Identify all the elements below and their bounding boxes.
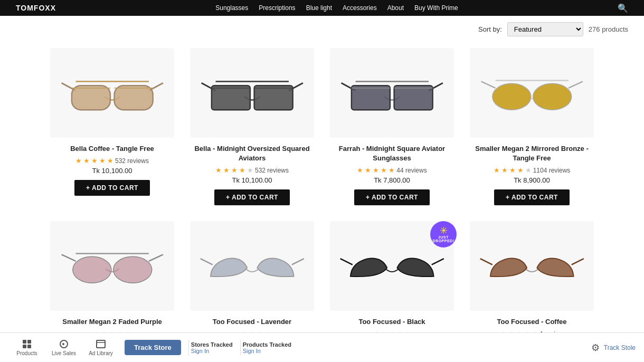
star: ★ [509, 166, 516, 174]
star: ★ [525, 166, 532, 174]
star: ★ [223, 166, 230, 174]
nav-blue-light[interactable]: Blue light [306, 4, 332, 12]
svg-line-27 [149, 254, 163, 261]
nav-about[interactable]: About [387, 4, 404, 12]
product-card[interactable]: Farrah - Midnight Square Aviator Sunglas… [322, 43, 462, 216]
star-rating: ★★★★★ 532 reviews [215, 166, 289, 174]
nav-accessories[interactable]: Accessories [343, 4, 377, 12]
review-count: 1104 reviews [533, 167, 571, 174]
product-name: Smaller Megan 2 Faded Purple [62, 317, 162, 327]
separator [188, 340, 189, 356]
ad-library-icon [96, 339, 106, 349]
live-sales-nav-item[interactable]: Live Sales [45, 339, 82, 356]
search-icon[interactable]: 🔍 [618, 3, 628, 13]
product-grid: Bella Coffee - Tangle Free ★★★★★ 532 rev… [0, 43, 644, 362]
ad-library-nav-item[interactable]: Ad Library [82, 339, 119, 356]
brand-logo: TOMFOXX [16, 4, 56, 12]
product-name: Too Focused - Coffee [497, 317, 567, 327]
ad-library-label: Ad Library [89, 350, 113, 356]
product-name: Too Focused - Black [358, 317, 425, 327]
svg-point-29 [73, 256, 111, 283]
add-to-cart-button[interactable]: + ADD TO CART [494, 189, 570, 205]
product-name: Too Focused - Lavender [213, 317, 291, 327]
svg-point-24 [493, 83, 531, 110]
product-card[interactable]: Bella - Midnight Oversized Squared Aviat… [182, 43, 322, 216]
settings-icon[interactable]: ⚙ [591, 342, 600, 354]
svg-line-36 [571, 259, 583, 265]
svg-rect-3 [72, 85, 110, 110]
track-store-button[interactable]: Track Store [125, 340, 181, 355]
product-image [470, 48, 594, 138]
just-dropped-text: JUSTDROPPED! [433, 235, 454, 243]
stores-tracked-section: Stores Tracked Sign In [191, 341, 233, 354]
star: ★ [365, 166, 371, 174]
nav-buy-with-prime[interactable]: Buy With Prime [414, 4, 458, 12]
star: ★ [389, 166, 395, 174]
star: ★ [357, 166, 363, 174]
star: ★ [75, 157, 82, 165]
product-image [470, 221, 594, 311]
product-price: Tk 10,100.00 [92, 167, 132, 175]
svg-line-33 [340, 259, 352, 265]
svg-rect-18 [394, 85, 432, 110]
star: ★ [91, 157, 98, 165]
star: ★ [215, 166, 222, 174]
svg-rect-17 [352, 85, 390, 110]
product-name: Smaller Megan 2 Mirrored Bronze - Tangle… [470, 144, 594, 163]
bottom-bar: Products Live Sales Ad Library Track Sto… [0, 332, 644, 362]
svg-line-34 [431, 259, 443, 265]
add-to-cart-button[interactable]: + ADD TO CART [354, 189, 430, 205]
star-rating: ★★★★★ 44 reviews [357, 166, 427, 174]
stores-tracked-label: Stores Tracked [191, 341, 233, 348]
star: ★ [501, 166, 508, 174]
sort-label: Sort by: [478, 25, 502, 33]
star: ★ [247, 166, 253, 174]
sort-bar: Sort by: Featured Best Selling Price: Lo… [0, 16, 644, 43]
product-image [330, 48, 454, 138]
star: ★ [231, 166, 238, 174]
product-name: Bella Coffee - Tangle Free [70, 144, 154, 154]
star: ★ [99, 157, 106, 165]
svg-rect-38 [27, 340, 31, 344]
product-card[interactable]: Smaller Megan 2 Mirrored Bronze - Tangle… [462, 43, 602, 216]
svg-rect-42 [97, 340, 105, 348]
products-tracked-label: Products Tracked [243, 341, 291, 348]
review-count: 532 reviews [255, 167, 289, 174]
sort-select[interactable]: Featured Best Selling Price: Low to High… [507, 22, 583, 36]
product-price: Tk 10,100.00 [232, 176, 272, 184]
star: ★ [381, 166, 387, 174]
product-price: Tk 8,900.00 [514, 176, 550, 184]
svg-rect-39 [23, 345, 26, 348]
nav-sunglasses[interactable]: Sunglasses [215, 4, 248, 12]
svg-line-21 [481, 81, 495, 88]
product-name: Bella - Midnight Oversized Squared Aviat… [190, 144, 314, 163]
svg-point-30 [113, 256, 151, 283]
add-to-cart-button[interactable]: + ADD TO CART [74, 180, 150, 196]
star: ★ [494, 166, 500, 174]
star: ★ [107, 157, 113, 165]
star: ★ [517, 166, 524, 174]
svg-rect-37 [23, 340, 26, 344]
products-label: Products [16, 350, 37, 356]
svg-rect-11 [254, 85, 292, 110]
review-count: 44 reviews [396, 167, 427, 174]
product-image [190, 48, 314, 138]
product-image [50, 221, 174, 311]
nav-prescriptions[interactable]: Prescriptions [259, 4, 295, 12]
svg-line-31 [200, 259, 212, 265]
star-rating: ★★★★★ 1104 reviews [494, 166, 571, 174]
separator2 [240, 340, 241, 356]
nav-links: Sunglasses Prescriptions Blue light Acce… [215, 4, 458, 12]
products-nav-item[interactable]: Products [8, 339, 45, 356]
products-icon [22, 339, 32, 349]
starburst-icon: ✳ [440, 226, 448, 235]
track-stole-text: Track Stole [604, 344, 636, 351]
stores-tracked-signin[interactable]: Sign In [191, 348, 209, 354]
add-to-cart-button[interactable]: + ADD TO CART [214, 189, 290, 205]
star-rating: ★★★★★ 532 reviews [75, 157, 149, 165]
svg-rect-40 [27, 345, 31, 348]
svg-line-35 [480, 259, 492, 265]
star: ★ [239, 166, 245, 174]
product-card[interactable]: Bella Coffee - Tangle Free ★★★★★ 532 rev… [42, 43, 182, 216]
products-tracked-signin[interactable]: Sign In [243, 348, 261, 354]
